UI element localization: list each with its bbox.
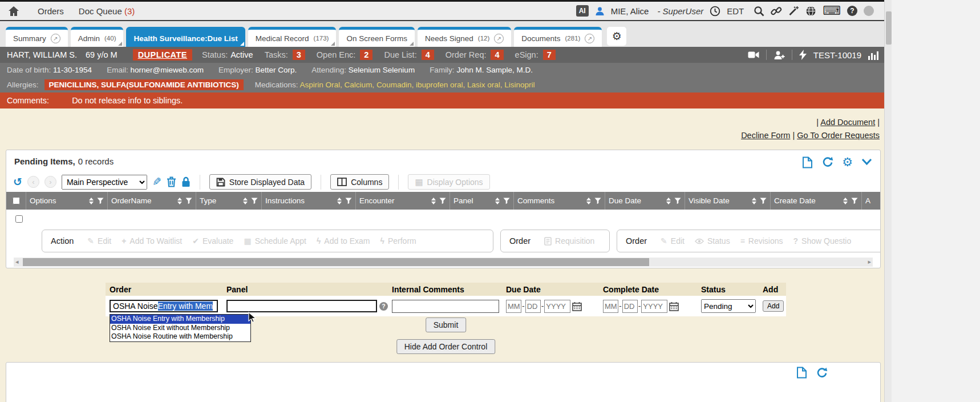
allergies-value[interactable]: PENICILLINS, SULFA(SULFONAMIDE ANTIBIOTI… [44,79,244,90]
add-document-link[interactable]: Add Document [820,118,875,127]
tab-settings-gear-icon[interactable]: ⚙ [607,27,626,46]
bolt-icon[interactable] [799,50,807,60]
panel-input[interactable] [226,300,377,312]
scroll-right-arrow[interactable]: ▸ [868,258,871,266]
scroll-left-arrow[interactable]: ◂ [15,258,19,266]
next-perspective-icon[interactable]: › [44,176,56,188]
column-header-encounter[interactable]: Encounter [355,192,449,210]
schedule-appt-button[interactable]: ▦Schedule Appt [238,236,311,246]
add-user-icon[interactable] [774,50,785,60]
wand-icon[interactable] [788,6,799,16]
tasks-count-badge[interactable]: 3 [293,50,305,60]
column-header-visible-date[interactable]: Visible Date [685,192,770,210]
evaluate-button[interactable]: ✔Evaluate [187,236,238,246]
esign-count-badge[interactable]: 7 [543,50,556,60]
external-link-icon[interactable]: ↗ [585,34,594,43]
delete-perspective-icon[interactable] [167,176,176,187]
revisions-button[interactable]: ≡Revisions [735,236,788,246]
tab-on-screen-forms[interactable]: On Screen Forms [339,27,415,47]
dropdown-option[interactable]: OSHA Noise Exit without Membership [110,324,250,333]
nav-doc-queue[interactable]: Doc Queue (3) [79,6,135,16]
tab-needs-signed[interactable]: Needs Signed(12) ↗ [418,27,511,47]
column-header-partial[interactable]: A [861,192,880,210]
panel-help-icon[interactable]: ? [379,302,388,311]
refresh-icon[interactable] [816,367,828,379]
nav-orders[interactable]: Orders [38,6,64,16]
collapse-chevron-icon[interactable] [861,158,872,166]
keyboard-icon[interactable]: ⌨ [823,5,841,17]
home-icon[interactable] [8,6,19,17]
perspective-select[interactable]: Main Perspective [62,175,147,190]
dropdown-option[interactable]: OSHA Noise Entry with Membership [110,315,250,324]
column-header-comments[interactable]: Comments [513,192,605,210]
column-header-options[interactable]: Options [26,192,107,210]
add-to-waitlist-button[interactable]: +Add To Waitlist [116,236,187,246]
order-input[interactable]: OSHA Noise Entry with Mem [110,300,218,312]
vertical-scrollbar[interactable] [884,0,892,402]
add-to-exam-button[interactable]: ϟAdd to Exam [311,236,375,246]
requisition-button[interactable]: Requisition [539,236,600,246]
tab-admin[interactable]: Admin(40) [71,27,124,47]
undo-icon[interactable]: ↺ [13,175,22,188]
columns-button[interactable]: Columns [330,174,389,190]
new-document-icon[interactable] [802,156,813,168]
tab-documents[interactable]: Documents(281) ↗ [514,27,602,47]
due-date-dd-input[interactable] [525,300,541,313]
new-document-icon[interactable] [796,367,807,379]
due-date-yyyy-input[interactable] [544,300,570,313]
patient-name[interactable]: HART, WILLIAM S. [7,50,77,59]
clock-icon[interactable] [710,6,720,17]
due-date-mm-input[interactable] [506,300,521,313]
show-questions-button[interactable]: ?Show Questio [788,236,857,246]
duplicate-flag[interactable]: DUPLICATE [133,49,192,61]
column-header-instructions[interactable]: Instructions [261,192,355,210]
globe-icon[interactable] [805,6,816,17]
scrollbar-thumb[interactable] [23,258,649,266]
complete-date-yyyy-input[interactable] [641,300,667,313]
search-icon[interactable] [754,6,764,17]
column-header-ordername[interactable]: OrderName [107,192,196,210]
external-link-icon[interactable]: ↗ [51,34,60,43]
tab-health-surveillance-due-list[interactable]: Health Surveillance:Due List [126,27,245,47]
status-button[interactable]: Status [690,236,735,246]
link-icon[interactable] [771,6,782,16]
column-header-create-date[interactable]: Create Date [770,192,861,210]
tab-medical-record[interactable]: Medical Record(173) [248,27,337,47]
lock-icon[interactable] [181,176,191,187]
complete-date-mm-input[interactable] [603,300,618,313]
perform-button[interactable]: ϟPerform [375,236,422,246]
due-list-count-badge[interactable]: 4 [422,50,434,60]
go-to-order-requests-link[interactable]: Go To Order Requests [797,131,880,140]
row-checkbox[interactable] [15,215,23,223]
open-enc-count-badge[interactable]: 2 [360,50,372,60]
external-link-icon[interactable]: ↗ [494,34,504,43]
submit-button[interactable]: Submit [426,317,467,332]
refresh-icon[interactable] [821,156,833,168]
select-all-checkbox[interactable] [13,197,20,204]
calendar-icon[interactable] [572,302,582,311]
column-header-type[interactable]: Type [196,192,261,210]
video-camera-icon[interactable] [748,50,759,59]
status-select[interactable]: Pending [701,299,756,313]
ai-badge[interactable]: AI [576,5,589,17]
horizontal-scrollbar[interactable]: ◂ ▸ [14,258,873,267]
complete-date-dd-input[interactable] [622,300,638,313]
calendar-icon[interactable] [669,302,679,311]
bar-chart-icon[interactable] [868,50,878,60]
column-header-due-date[interactable]: Due Date [605,192,685,210]
edit-button[interactable]: ✎Edit [82,236,116,246]
avatar[interactable] [864,6,874,16]
internal-comments-input[interactable] [392,300,499,313]
tab-summary[interactable]: Summary ↗ [6,27,68,47]
decline-form-link[interactable]: Decline Form [741,131,790,140]
edit-button[interactable]: ✎Edit [655,236,690,246]
hide-add-order-control-button[interactable]: Hide Add Order Control [396,339,496,354]
help-icon[interactable]: ? [847,6,857,16]
prev-perspective-icon[interactable]: ‹ [27,176,39,188]
scrollbar-thumb[interactable] [886,11,892,45]
order-req-count-badge[interactable]: 4 [491,50,503,60]
add-button[interactable]: Add [763,300,784,312]
dropdown-option[interactable]: OSHA Noise Routine with Membership [110,332,250,341]
store-displayed-data-button[interactable]: Store Displayed Data [209,174,311,190]
gear-icon[interactable]: ⚙ [842,155,853,169]
